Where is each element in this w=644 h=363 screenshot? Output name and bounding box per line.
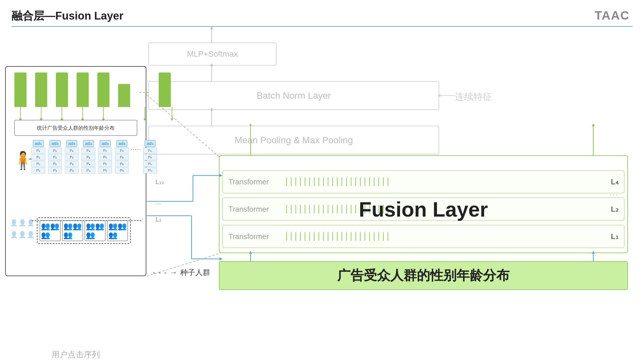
- left-diagram-box: ... 统计广告受众人群的性别年龄分布 🧍 ad₁ f¹₁ f²₁ f³₁ f⁴…: [5, 66, 146, 276]
- seed-group-2: 👥👥👥: [62, 220, 83, 241]
- ad-header-1: ad₁: [33, 140, 44, 147]
- logo: TAAC: [594, 9, 630, 22]
- green-bar-4: [77, 72, 89, 107]
- ad-header-n: adₙ: [145, 140, 156, 147]
- adgroup-box: 广告受众人群的性别年龄分布: [219, 261, 628, 290]
- seed-group-1: 👥👥👥: [40, 220, 60, 241]
- seed-groups-box: 👥👥👥 👥👥👥 👥👥👥 👥👥👥: [37, 217, 131, 244]
- green-bar-2: [35, 72, 47, 107]
- green-arrows: [14, 107, 178, 121]
- green-bars: ...: [14, 72, 171, 107]
- seed-people-label: - - - → 种子人群: [153, 268, 210, 278]
- ad-header-2: ad₂: [50, 140, 60, 147]
- header: 融合层—Fusion Layer: [12, 9, 632, 27]
- ad-col-2: ad₂ f¹₂ f²₂ f³₂ f⁴₂: [48, 140, 62, 173]
- ad-header-5: ad₅: [100, 140, 111, 147]
- separator-line: [32, 220, 141, 221]
- tick-marks-row2: [286, 205, 388, 213]
- tick-marks-row1: [286, 232, 388, 241]
- mlp-softmax-box: MLP+Softmax: [148, 43, 276, 66]
- l12-label: L₁₂: [156, 178, 164, 186]
- green-bar-5: [97, 72, 109, 107]
- header-divider: [12, 26, 632, 27]
- seed-group-3: 👥👥👥: [85, 220, 105, 241]
- page-title: 融合层—Fusion Layer: [12, 9, 632, 23]
- people-groups-area: 👤 👤 👤 👤 👤 👤 👥👥👥 👥👥👥 👥👥👥: [10, 217, 141, 244]
- green-bar-3: [56, 72, 68, 107]
- ad-col-n: adₙ f¹ₙ f²ₙ f³ₙ f⁴ₙ: [143, 140, 157, 173]
- lianxu-label: 连续特征: [455, 91, 492, 103]
- transformer-row-1: Transformer L₁: [222, 225, 624, 248]
- ad-header-6: ad₆: [116, 140, 127, 147]
- ad-header-4: ad₄: [83, 140, 94, 147]
- transformer-row-2: Transformer L₂: [222, 198, 624, 221]
- transformer-row-3: Transformer L₄: [222, 170, 624, 193]
- ad-col-3: ad₃ f¹₃ f²₃ f³₃ f⁴₃: [65, 140, 79, 173]
- ghost-people: 👤 👤 👤 👤 👤 👤: [10, 219, 35, 242]
- people-row: 👤 👤 👤 👤 👤 👤 👥👥👥 👥👥👥 👥👥👥: [10, 217, 141, 244]
- l-dots-label: ...: [156, 198, 161, 206]
- tonji-box: 统计广告受众人群的性别年龄分布: [14, 120, 137, 136]
- ad-col-5: ad₅ f¹₅ f²₅ f³₅ f⁴₅: [98, 140, 112, 173]
- ad-col-6: ad₆ f¹₆ f²₆ f³₆ f⁴₆: [115, 140, 129, 173]
- green-bar-dots: ...: [139, 83, 150, 95]
- fusion-dots: ...: [609, 189, 619, 197]
- seed-group-4: 👥👥👥: [107, 220, 128, 241]
- svg-marker-13: [210, 26, 213, 29]
- batch-norm-box: Batch Norm Layer: [148, 81, 439, 110]
- green-bar-6: [118, 84, 130, 107]
- ad-header-3: ad₃: [66, 140, 77, 147]
- ad-columns: ad₁ f¹₁ f²₁ f³₁ f⁴₁ ad₂ f¹₂ f²₂ f³₂ f⁴₂ …: [30, 140, 144, 173]
- svg-marker-9: [219, 257, 222, 260]
- green-bar-last: [159, 72, 171, 107]
- green-bar-1: [14, 72, 26, 107]
- ad-dots: ·····: [130, 146, 141, 152]
- ad-col-1: ad₁ f¹₁ f²₁ f³₁ f⁴₁: [31, 140, 45, 173]
- user-click-label: 用户点击序列: [5, 349, 146, 360]
- tick-marks-row3: [286, 177, 388, 186]
- mean-pooling-box: Mean Pooling & Max Pooling: [148, 126, 439, 154]
- ad-col-4: ad₄ f¹₄ f²₄ f³₄ f⁴₄: [82, 140, 95, 173]
- l2-label: L₂: [156, 216, 162, 223]
- fusion-layer-box: Transformer L₁: [219, 155, 628, 253]
- svg-marker-20: [592, 123, 595, 126]
